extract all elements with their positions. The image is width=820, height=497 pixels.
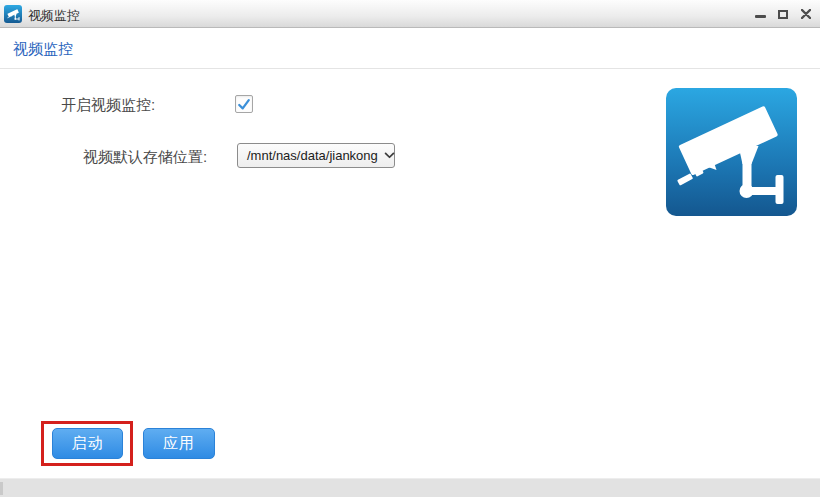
- storage-location-value: /mnt/nas/data/jiankong: [247, 148, 378, 163]
- start-button[interactable]: 启动: [52, 428, 123, 459]
- tab-video-surveillance[interactable]: 视频监控: [13, 40, 73, 59]
- apply-button[interactable]: 应用: [143, 428, 215, 459]
- cctv-camera-hero-icon: [666, 88, 797, 216]
- enable-video-checkbox[interactable]: [235, 95, 253, 113]
- maximize-icon[interactable]: [775, 6, 791, 22]
- titlebar: 视频监控: [0, 0, 820, 28]
- resize-grip: [0, 482, 3, 495]
- window-title: 视频监控: [28, 7, 80, 25]
- app-window: 视频监控 视频监控 开启视频监控: 视频默认存储位置: /mnt/nas/dat…: [0, 0, 820, 497]
- tab-bar: 视频监控: [0, 29, 820, 69]
- chevron-down-icon: [384, 152, 395, 159]
- minimize-icon[interactable]: [752, 6, 768, 22]
- window-controls: [752, 0, 814, 28]
- check-icon: [237, 98, 251, 111]
- storage-location-select[interactable]: /mnt/nas/data/jiankong: [237, 143, 395, 168]
- close-icon[interactable]: [798, 6, 814, 22]
- enable-video-label: 开启视频监控:: [61, 96, 155, 115]
- settings-panel: 开启视频监控: 视频默认存储位置: /mnt/nas/data/jiankong: [0, 70, 820, 478]
- cctv-camera-icon: [4, 5, 22, 23]
- storage-location-label: 视频默认存储位置:: [83, 148, 207, 167]
- status-bar: [0, 478, 820, 497]
